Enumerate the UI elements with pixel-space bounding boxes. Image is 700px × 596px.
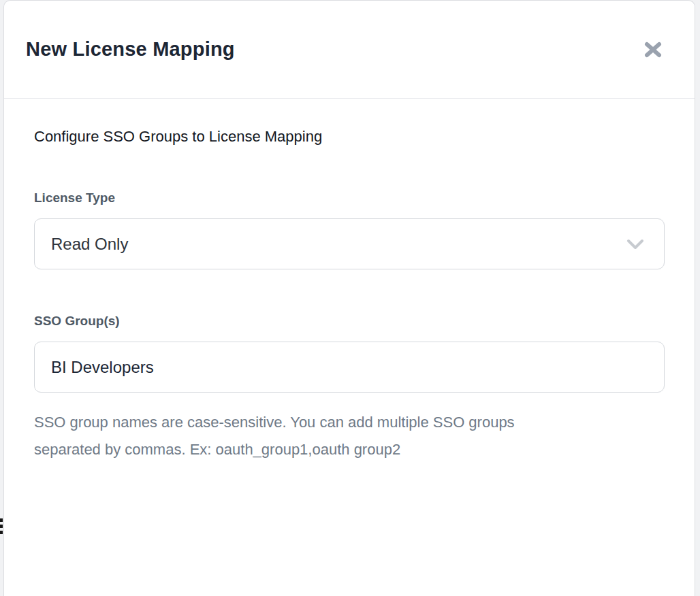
page-background: New License Mapping Configure SSO Groups… bbox=[0, 0, 700, 596]
sso-groups-field-group: SSO Group(s) SSO group names are case-se… bbox=[34, 313, 665, 463]
form-heading: Configure SSO Groups to License Mapping bbox=[34, 127, 665, 146]
sso-groups-label: SSO Group(s) bbox=[34, 313, 665, 329]
sso-groups-input[interactable] bbox=[34, 342, 665, 393]
chevron-down-icon bbox=[626, 239, 645, 250]
list-icon-bar bbox=[0, 518, 3, 522]
sso-groups-help-text: SSO group names are case-sensitive. You … bbox=[34, 409, 579, 463]
close-button[interactable] bbox=[640, 37, 666, 63]
license-type-select[interactable]: Read Only bbox=[34, 218, 665, 269]
license-type-label: License Type bbox=[34, 190, 665, 205]
list-icon-bar bbox=[0, 525, 3, 528]
license-type-selected-value: Read Only bbox=[51, 235, 128, 254]
modal-title: New License Mapping bbox=[26, 38, 235, 61]
modal-body: Configure SSO Groups to License Mapping … bbox=[4, 99, 695, 492]
new-license-mapping-modal: New License Mapping Configure SSO Groups… bbox=[3, 0, 695, 596]
license-type-field-group: License Type Read Only bbox=[34, 190, 665, 269]
list-icon-bar bbox=[0, 531, 3, 534]
modal-header: New License Mapping bbox=[4, 1, 695, 99]
close-icon bbox=[643, 39, 663, 60]
